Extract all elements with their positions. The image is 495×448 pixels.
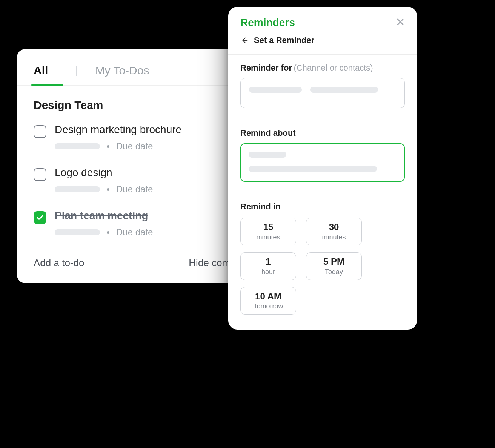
- reminder-subheader: Set a Reminder: [228, 33, 417, 55]
- add-todo-button[interactable]: Add a to-do: [34, 257, 84, 269]
- remind-in-label: Remind in: [240, 202, 280, 211]
- todo-due-label: Due date: [116, 141, 153, 152]
- reminder-for-label: Reminder for: [240, 63, 292, 72]
- todo-item: Plan team meeting Due date: [34, 204, 257, 247]
- todo-meta: Due date: [55, 227, 153, 238]
- remind-option-30-minutes[interactable]: 30 minutes: [306, 218, 362, 245]
- todo-due-label: Due date: [116, 184, 153, 195]
- reminder-title: Reminders: [240, 17, 295, 29]
- todo-title[interactable]: Logo design: [55, 167, 153, 179]
- option-value: 10 AM: [242, 291, 294, 302]
- input-placeholder-chip: [249, 166, 377, 172]
- option-value: 1: [242, 256, 294, 267]
- remind-about-section: Remind about: [228, 120, 417, 193]
- remind-in-options: 15 minutes 30 minutes 1 hour 5 PM Today …: [240, 218, 405, 315]
- input-placeholder-chip: [310, 87, 378, 93]
- remind-option-1-hour[interactable]: 1 hour: [240, 252, 296, 280]
- remind-option-15-minutes[interactable]: 15 minutes: [240, 218, 296, 245]
- reminder-for-hint: (Channel or contacts): [294, 63, 373, 72]
- todo-title[interactable]: Design marketing brochure: [55, 124, 181, 136]
- option-value: 5 PM: [308, 256, 360, 267]
- remind-in-section: Remind in 15 minutes 30 minutes 1 hour 5…: [228, 193, 417, 330]
- option-value: 15: [242, 222, 294, 233]
- todo-body: Logo design Due date: [55, 167, 153, 195]
- todo-meta: Due date: [55, 184, 153, 195]
- reminder-for-input[interactable]: [240, 78, 405, 108]
- input-placeholder-chip: [249, 87, 302, 93]
- check-icon: [36, 214, 44, 221]
- reminder-panel: Reminders Set a Reminder Reminder for (C…: [228, 7, 417, 330]
- remind-about-input[interactable]: [240, 143, 405, 182]
- remind-about-label: Remind about: [240, 128, 296, 138]
- todo-item: Logo design Due date: [34, 161, 257, 204]
- todo-checkbox-checked[interactable]: [34, 211, 46, 224]
- tab-my-todos[interactable]: My To-Dos: [95, 63, 149, 85]
- reminder-for-section: Reminder for (Channel or contacts): [228, 55, 417, 120]
- todo-body: Plan team meeting Due date: [55, 210, 153, 238]
- option-unit: minutes: [242, 233, 294, 241]
- todo-checkbox[interactable]: [34, 125, 46, 138]
- meta-placeholder: [55, 186, 100, 192]
- remind-option-10am-tomorrow[interactable]: 10 AM Tomorrow: [240, 287, 296, 315]
- input-placeholder-chip: [249, 152, 286, 158]
- bullet-icon: [107, 231, 109, 234]
- reminder-header: Reminders: [228, 7, 417, 33]
- meta-placeholder: [55, 143, 100, 149]
- option-value: 30: [308, 222, 360, 233]
- todo-item: Design marketing brochure Due date: [34, 118, 257, 161]
- tab-separator: |: [75, 64, 78, 77]
- tab-all[interactable]: All: [34, 63, 48, 85]
- option-unit: Tomorrow: [242, 302, 294, 310]
- option-unit: Today: [308, 268, 360, 276]
- todo-checkbox[interactable]: [34, 168, 46, 181]
- option-unit: minutes: [308, 233, 360, 241]
- reminder-subtitle: Set a Reminder: [254, 35, 314, 45]
- bullet-icon: [107, 145, 109, 148]
- todo-meta: Due date: [55, 141, 181, 152]
- back-arrow-icon[interactable]: [240, 36, 249, 44]
- todo-title-completed[interactable]: Plan team meeting: [55, 210, 153, 222]
- close-icon[interactable]: [396, 17, 405, 28]
- todo-body: Design marketing brochure Due date: [55, 124, 181, 152]
- todo-due-label: Due date: [116, 227, 153, 238]
- option-unit: hour: [242, 268, 294, 276]
- meta-placeholder: [55, 229, 100, 235]
- bullet-icon: [107, 188, 109, 191]
- remind-option-5pm-today[interactable]: 5 PM Today: [306, 252, 362, 280]
